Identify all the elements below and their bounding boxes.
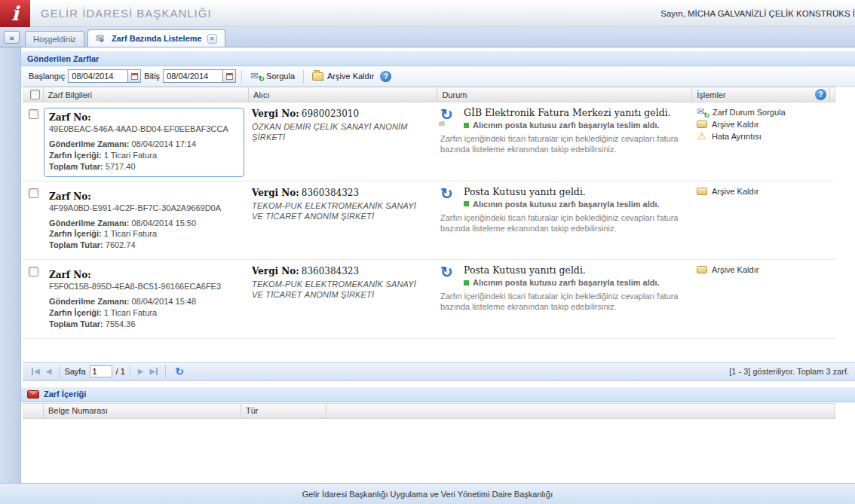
app-title: GELİR İDARESİ BAŞKANLIĞI xyxy=(41,7,212,20)
page-total: / 1 xyxy=(116,367,125,376)
sidebar-expand-button[interactable]: » xyxy=(4,31,20,44)
warning-triangle-icon: ⚠ xyxy=(697,132,707,141)
next-page-button[interactable]: ▶ xyxy=(138,368,144,375)
green-bullet-icon xyxy=(464,201,469,206)
pager-separator xyxy=(130,365,130,377)
refresh-arrows-icon: ↻ xyxy=(440,186,458,209)
action-arsive-kaldir[interactable]: Arşive Kaldır xyxy=(697,187,835,196)
recipient-cell: Vergi No: 8360384323 TEKOM-PUK ELEKTROME… xyxy=(250,183,440,256)
action-arsive-kaldir[interactable]: Arşive Kaldır xyxy=(697,120,835,129)
row-checkbox[interactable] xyxy=(29,267,38,276)
footer-text: Gelir İdaresi Başkanlığı Uygulama ve Ver… xyxy=(302,490,553,499)
total-value: 7602.74 xyxy=(106,240,136,249)
column-header-durum: Durum xyxy=(437,87,692,102)
row-checkbox[interactable] xyxy=(29,188,38,198)
tab-zarf-label: Zarf Bazında Listeleme xyxy=(112,34,202,43)
end-calendar-icon[interactable] xyxy=(222,70,235,82)
last-page-button[interactable]: ▶ xyxy=(149,368,158,375)
zarf-no-label: Zarf No xyxy=(49,270,87,280)
first-page-button[interactable]: ◀ xyxy=(32,368,40,375)
vergi-no-value: 8360384323 xyxy=(302,188,359,198)
main-content: Gönderilen Zarflar Başlangıç Bitiş ✉↻ So… xyxy=(21,47,855,483)
tab-hosgeldiniz-label: Hoşgeldiniz xyxy=(33,35,76,44)
status-description: Zarfın içeriğindeki ticari faturalar içi… xyxy=(440,212,689,234)
status-subtitle: Alıcının posta kutusu zarfı başarıyla te… xyxy=(464,121,671,130)
content-section-title: Zarf İçeriği xyxy=(44,389,86,399)
sent-label: Gönderilme Zamanı: xyxy=(49,139,129,148)
status-subtitle: Alıcının posta kutusu zarfı başarıyla te… xyxy=(464,278,660,287)
start-calendar-icon[interactable] xyxy=(127,70,140,82)
end-date-field xyxy=(163,69,236,83)
end-date-input[interactable] xyxy=(164,70,222,82)
content-grid-header: Belge Numarası Tür xyxy=(23,403,835,419)
vergi-no-value: 6980023010 xyxy=(302,108,359,119)
query-icon: ✉↻ xyxy=(250,71,262,81)
archive-box-icon xyxy=(697,121,707,128)
pagination-bar: ◀ ◀ Sayfa / 1 ▶ ▶ ↻ [1 - 3] gösteriliyor… xyxy=(23,362,855,381)
column-header-belge-numarasi: Belge Numarası xyxy=(44,404,241,418)
sent-label: Gönderilme Zamanı: xyxy=(49,297,129,306)
start-date-input[interactable] xyxy=(69,70,127,82)
pager-separator xyxy=(165,365,166,377)
content-section-header: Zarf İçeriği xyxy=(21,386,855,402)
total-label: Toplam Tutar: xyxy=(49,162,103,171)
recipient-cell: Vergi No: 8360384323 TEKOM-PUK ELEKTROME… xyxy=(250,261,440,334)
recipient-name: TEKOM-PUK ELEKTROMEKANİK SANAYİ VE TİCAR… xyxy=(252,200,430,222)
content-value: 1 Ticari Fatura xyxy=(104,151,157,160)
archive-box-icon xyxy=(697,188,707,195)
previous-page-button[interactable]: ◀ xyxy=(46,368,52,375)
tab-close-icon[interactable]: ✕ xyxy=(207,34,217,44)
tab-zarf-bazinda-listeleme[interactable]: ✉» Zarf Bazında Listeleme ✕ xyxy=(87,29,225,47)
grid-header-row: Zarf Bilgileri Alıcı Durum İşlemler ? xyxy=(23,87,835,102)
zarf-info-cell: Zarf No: F5F0C15B-895D-4EA8-BC51-96166EC… xyxy=(44,261,250,334)
row-checkbox-cell xyxy=(23,104,44,177)
table-row: Zarf No: 4F99A0BD-E991-4C2F-BF7C-30A2A96… xyxy=(23,182,835,261)
zarf-info-box[interactable]: Zarf No: 4F99A0BD-E991-4C2F-BF7C-30A2A96… xyxy=(44,187,244,256)
islemler-help-icon[interactable]: ? xyxy=(815,89,826,100)
zarf-info-box[interactable]: Zarf No: F5F0C15B-895D-4EA8-BC51-96166EC… xyxy=(44,265,244,334)
content-value: 1 Ticari Fatura xyxy=(104,308,157,317)
end-date-label: Bitiş xyxy=(144,72,160,81)
column-header-zarf: Zarf Bilgileri xyxy=(44,87,249,102)
collapsed-sidebar[interactable] xyxy=(0,47,21,483)
action-arsive-kaldir[interactable]: Arşive Kaldır xyxy=(697,265,835,274)
content-header-spacer xyxy=(326,404,835,418)
zarf-no-label: Zarf No xyxy=(49,191,87,202)
sent-label: Gönderilme Zamanı: xyxy=(49,218,129,228)
row-checkbox[interactable] xyxy=(29,109,38,119)
sent-value: 08/04/2014 17:14 xyxy=(131,139,196,148)
pager-separator xyxy=(59,365,60,377)
status-cell: ↻ Posta Kutusu yanıtı geldi. Alıcının po… xyxy=(440,261,697,334)
status-cell: ↻ Posta Kutusu yanıtı geldi. Alıcının po… xyxy=(440,183,697,256)
select-all-checkbox[interactable] xyxy=(30,90,40,99)
archive-button[interactable]: Arşive Kaldır xyxy=(309,70,377,82)
query-button-label: Sorgula xyxy=(266,72,295,81)
red-envelope-icon xyxy=(27,390,39,399)
table-row: Zarf No: F5F0C15B-895D-4EA8-BC51-96166EC… xyxy=(23,260,835,339)
status-cell: ↻✉ GİB Elektronik Fatura Merkezi yanıtı … xyxy=(440,104,697,177)
zarf-no-value: 4F99A0BD-E991-4C2F-BF7C-30A2A9669D0A xyxy=(49,203,221,212)
vergi-no-label: Vergi No: xyxy=(252,108,299,119)
envelope-grid: Zarf Bilgileri Alıcı Durum İşlemler ? Za… xyxy=(23,87,835,339)
tab-bar: » Hoşgeldiniz ✉» Zarf Bazında Listeleme … xyxy=(0,27,855,47)
status-description: Zarfın içeriğindeki ticari faturalar içi… xyxy=(440,133,689,155)
page-number-input[interactable] xyxy=(90,365,112,377)
sent-value: 08/04/2014 15:48 xyxy=(131,297,196,306)
select-all-cell xyxy=(23,87,44,102)
refresh-icon[interactable]: ↻ xyxy=(175,365,184,377)
total-value: 7554.36 xyxy=(106,319,136,328)
filter-toolbar: Başlangıç Bitiş ✉↻ Sorgula Arşive Kaldır… xyxy=(21,66,855,87)
actions-cell: ✉↻ Zarf Durum Sorgula Arşive Kaldır ⚠ Ha… xyxy=(697,104,835,177)
tab-hosgeldiniz[interactable]: Hoşgeldiniz xyxy=(25,31,84,47)
zarf-info-box-selected[interactable]: Zarf No: 49E0BEAC-546A-4AAD-BD04-EF0EEBA… xyxy=(44,108,244,177)
action-hata-ayrintisi[interactable]: ⚠ Hata Ayrıntısı xyxy=(697,132,835,141)
page-footer: Gelir İdaresi Başkanlığı Uygulama ve Ver… xyxy=(0,483,855,504)
start-date-field xyxy=(68,69,141,83)
recipient-cell: Vergi No: 6980023010 ÖZKAN DEMİR ÇELİK S… xyxy=(250,104,440,177)
content-label: Zarfın İçeriği: xyxy=(49,308,102,317)
query-button[interactable]: ✉↻ Sorgula xyxy=(247,69,298,83)
action-zarf-durum-sorgula[interactable]: ✉↻ Zarf Durum Sorgula xyxy=(697,108,835,117)
recipient-name: ÖZKAN DEMİR ÇELİK SANAYİ ANONİM ŞİRKETİ xyxy=(252,121,430,143)
help-icon[interactable]: ? xyxy=(380,71,391,82)
actions-cell: Arşive Kaldır xyxy=(697,261,835,334)
